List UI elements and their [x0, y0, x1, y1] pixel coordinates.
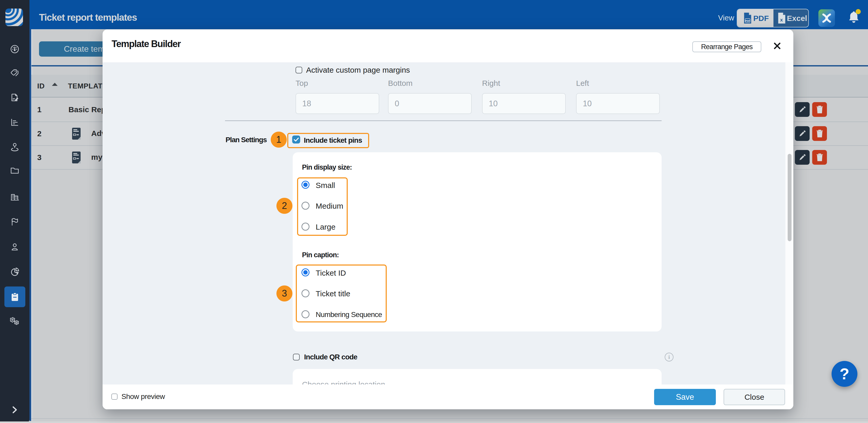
svg-text:PDF: PDF: [745, 19, 750, 22]
svg-text:x: x: [780, 17, 783, 23]
